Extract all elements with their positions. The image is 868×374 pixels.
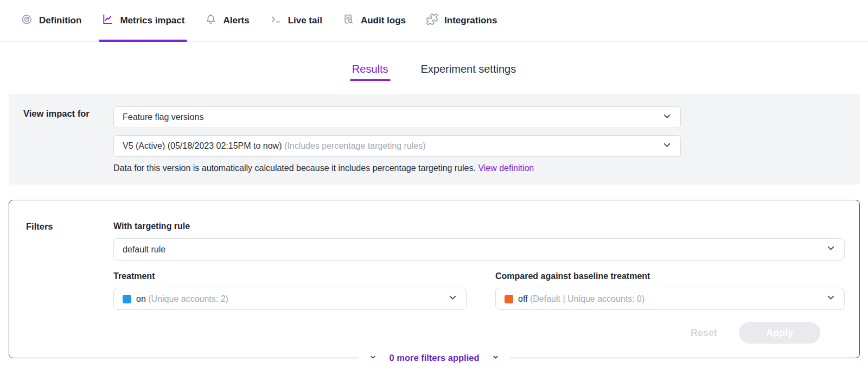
treatment-select[interactable]: on (Unique accounts: 2) — [113, 288, 467, 310]
puzzle-icon — [426, 13, 438, 28]
version-note: Data for this version is automatically c… — [113, 163, 681, 173]
view-impact-controls: Feature flag versions V5 (Active) (05/18… — [113, 106, 681, 173]
chevron-down-icon — [826, 244, 835, 255]
filters-label: Filters — [26, 221, 53, 232]
chevron-down-icon — [448, 293, 457, 305]
chevron-down-icon — [662, 141, 672, 152]
baseline-select-text: off (Default | Unique accounts: 0) — [518, 294, 826, 304]
chevron-down-icon — [826, 293, 835, 305]
reset-button[interactable]: Reset — [691, 327, 717, 339]
treatment-hint: (Unique accounts: 2) — [148, 294, 228, 303]
document-search-icon — [342, 13, 355, 28]
tab-label: Audit logs — [361, 15, 406, 26]
definition-target-icon — [21, 13, 33, 28]
treatment-row: Treatment on (Unique accounts: 2) Compar… — [113, 271, 845, 310]
tab-label: Alerts — [223, 15, 249, 26]
treatment-color-swatch — [123, 295, 131, 303]
metrics-impact-page: Definition Metrics impact Alerts — [0, 0, 868, 374]
tab-integrations[interactable]: Integrations — [426, 0, 497, 41]
active-tab-underline — [99, 40, 187, 42]
subtab-results[interactable]: Results — [352, 63, 388, 81]
baseline-column: Compared against baseline treatment off … — [495, 271, 845, 310]
tab-alerts[interactable]: Alerts — [205, 0, 249, 41]
baseline-select[interactable]: off (Default | Unique accounts: 0) — [495, 288, 845, 310]
targeting-rule-select[interactable]: default rule — [113, 238, 845, 261]
targeting-rule-label: With targeting rule — [113, 221, 845, 231]
tab-label: Integrations — [444, 15, 497, 26]
metrics-chart-icon — [101, 13, 114, 28]
baseline-label: Compared against baseline treatment — [495, 271, 845, 281]
tab-live-tail[interactable]: Live tail — [270, 0, 322, 41]
baseline-value: off — [518, 294, 528, 303]
version-select-text: V5 (Active) (05/18/2023 02:15PM to now) … — [123, 141, 662, 151]
impact-type-select[interactable]: Feature flag versions — [113, 106, 681, 128]
view-impact-label: View impact for — [23, 109, 90, 119]
treatment-label: Treatment — [113, 271, 467, 281]
terminal-icon — [270, 13, 282, 28]
treatment-column: Treatment on (Unique accounts: 2) — [113, 271, 467, 310]
baseline-color-swatch — [505, 295, 513, 303]
filters-panel: Filters With targeting rule default rule… — [9, 200, 860, 358]
filter-buttons-row: Reset Apply — [113, 322, 845, 344]
chevron-down-icon — [492, 353, 499, 363]
impact-type-value: Feature flag versions — [123, 112, 662, 122]
baseline-hint: (Default | Unique accounts: 0) — [530, 294, 644, 303]
filters-content: With targeting rule default rule Treatme… — [113, 221, 845, 344]
tab-audit-logs[interactable]: Audit logs — [342, 0, 406, 41]
sub-tabs: Results Experiment settings — [0, 63, 868, 81]
more-filters-toggle[interactable]: 0 more filters applied — [359, 352, 510, 364]
spacer — [113, 128, 681, 135]
chevron-down-icon — [662, 112, 672, 123]
treatment-select-text: on (Unique accounts: 2) — [136, 294, 448, 304]
apply-button[interactable]: Apply — [739, 322, 820, 344]
view-definition-link[interactable]: View definition — [478, 163, 534, 173]
chevron-down-icon — [369, 353, 376, 363]
tab-label: Metrics impact — [120, 15, 184, 26]
version-value: V5 (Active) (05/18/2023 02:15PM to now) — [123, 141, 282, 150]
subtab-experiment-settings-label: Experiment settings — [421, 63, 516, 75]
bell-icon — [205, 13, 217, 28]
view-impact-panel: View impact for Feature flag versions V5… — [9, 94, 860, 185]
subtab-results-label: Results — [352, 63, 388, 75]
top-nav: Definition Metrics impact Alerts — [0, 0, 868, 42]
subtab-experiment-settings[interactable]: Experiment settings — [421, 63, 516, 81]
version-note-text: Data for this version is automatically c… — [113, 163, 476, 173]
tab-metrics-impact[interactable]: Metrics impact — [101, 0, 184, 41]
tab-definition[interactable]: Definition — [21, 0, 81, 41]
more-filters-label: 0 more filters applied — [390, 353, 480, 363]
tab-label: Live tail — [288, 15, 322, 26]
targeting-rule-value: default rule — [123, 245, 826, 255]
version-hint: (Includes percentage targeting rules) — [284, 141, 426, 150]
treatment-value: on — [136, 294, 146, 303]
subtab-active-underline — [350, 79, 391, 81]
version-select[interactable]: V5 (Active) (05/18/2023 02:15PM to now) … — [113, 135, 681, 157]
tab-label: Definition — [39, 15, 81, 26]
